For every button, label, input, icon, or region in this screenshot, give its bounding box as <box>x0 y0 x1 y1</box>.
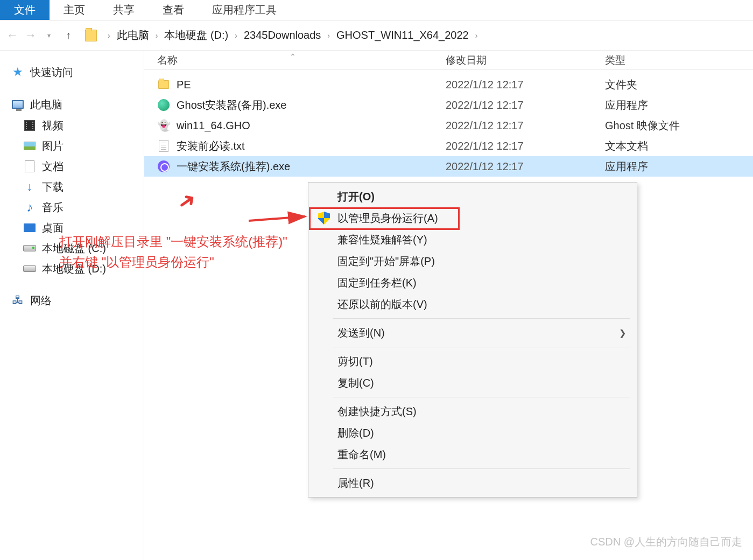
ctx-run-as-admin[interactable]: 以管理员身份运行(A) <box>309 207 636 229</box>
file-row[interactable]: 👻win11_64.GHO 2022/1/12 12:17 Ghost 映像文件 <box>144 115 753 136</box>
tab-app-tools[interactable]: 应用程序工具 <box>198 0 291 20</box>
sidebar-label: 下载 <box>42 180 64 194</box>
file-date: 2022/1/12 12:17 <box>446 140 602 152</box>
file-type: 文件夹 <box>602 78 753 92</box>
column-date[interactable]: 修改日期 <box>446 53 602 67</box>
chevron-right-icon: › <box>156 31 158 40</box>
nav-back-button[interactable]: ← <box>3 26 22 45</box>
file-type: 文本文档 <box>602 139 753 153</box>
file-type: Ghost 映像文件 <box>602 118 753 133</box>
ctx-rename[interactable]: 重命名(M) <box>309 444 636 465</box>
exe-icon <box>157 160 170 173</box>
file-date: 2022/1/12 12:17 <box>446 99 602 111</box>
ctx-cut[interactable]: 剪切(T) <box>309 351 636 372</box>
image-icon <box>23 139 37 153</box>
breadcrumb[interactable]: › 此电脑 › 本地硬盘 (D:) › 2345Downloads › GHOS… <box>102 26 483 45</box>
address-bar: ← → ▾ ↑ › 此电脑 › 本地硬盘 (D:) › 2345Download… <box>0 20 753 51</box>
crumb-current[interactable]: GHOST_WIN11_X64_2022 <box>335 27 470 44</box>
column-name[interactable]: 名称 <box>144 53 446 67</box>
sidebar-drive-d[interactable]: 本地硬盘 (D:) <box>0 258 144 279</box>
txt-icon <box>157 139 170 152</box>
ribbon-tabs: 文件 主页 共享 查看 应用程序工具 <box>0 0 753 20</box>
ctx-shortcut[interactable]: 创建快捷方式(S) <box>309 401 636 422</box>
file-row[interactable]: Ghost安装器(备用).exe 2022/1/12 12:17 应用程序 <box>144 95 753 115</box>
sidebar-this-pc[interactable]: 此电脑 <box>0 94 144 115</box>
ctx-compat[interactable]: 兼容性疑难解答(Y) <box>309 229 636 250</box>
file-name: 一键安装系统(推荐).exe <box>177 159 290 174</box>
sidebar-label: 图片 <box>42 139 64 153</box>
sidebar-desktop[interactable]: 桌面 <box>0 218 144 238</box>
ctx-copy[interactable]: 复制(C) <box>309 372 636 394</box>
separator <box>333 318 630 319</box>
sidebar-quick-access[interactable]: ★ 快速访问 <box>0 61 144 83</box>
sidebar-label: 音乐 <box>42 200 64 215</box>
nav-recent-button[interactable]: ▾ <box>40 26 58 45</box>
exe-icon <box>157 99 170 111</box>
drive-icon <box>23 241 37 255</box>
ctx-properties[interactable]: 属性(R) <box>309 472 636 494</box>
file-date: 2022/1/12 12:17 <box>446 120 602 132</box>
file-name: win11_64.GHO <box>177 120 250 132</box>
column-type[interactable]: 类型 <box>602 53 753 67</box>
sidebar-music[interactable]: ♪ 音乐 <box>0 197 144 218</box>
drive-icon <box>23 262 37 276</box>
sidebar-pictures[interactable]: 图片 <box>0 136 144 156</box>
nav-sidebar: ★ 快速访问 此电脑 视频 图片 文档 ↓ 下载 ♪ 音乐 <box>0 51 144 560</box>
ctx-delete[interactable]: 删除(D) <box>309 422 636 444</box>
separator <box>333 468 630 469</box>
desktop-icon <box>23 221 37 235</box>
chevron-down-icon: ▾ <box>47 32 51 39</box>
folder-icon <box>157 78 170 91</box>
arrow-right-icon: → <box>25 29 37 43</box>
network-icon: 🖧 <box>11 293 25 307</box>
ctx-open[interactable]: 打开(O) <box>309 186 636 207</box>
sidebar-network[interactable]: 🖧 网络 <box>0 290 144 311</box>
folder-icon <box>85 30 97 41</box>
sidebar-videos[interactable]: 视频 <box>0 115 144 136</box>
file-row-selected[interactable]: 一键安装系统(推荐).exe 2022/1/12 12:17 应用程序 <box>144 156 753 177</box>
star-icon: ★ <box>11 65 25 79</box>
chevron-right-icon: › <box>475 31 478 40</box>
tab-file[interactable]: 文件 <box>0 0 50 20</box>
sidebar-downloads[interactable]: ↓ 下载 <box>0 177 144 197</box>
chevron-right-icon: ❯ <box>619 328 626 338</box>
file-row[interactable]: PE 2022/1/12 12:17 文件夹 <box>144 74 753 95</box>
document-icon <box>23 159 37 173</box>
chevron-right-icon: › <box>108 31 110 40</box>
nav-up-button[interactable]: ↑ <box>59 26 78 45</box>
crumb-downloads[interactable]: 2345Downloads <box>243 27 322 44</box>
crumb-drive-d[interactable]: 本地硬盘 (D:) <box>163 26 229 45</box>
sidebar-label: 快速访问 <box>30 65 73 80</box>
ctx-send-to[interactable]: 发送到(N) ❯ <box>309 322 636 344</box>
tab-home[interactable]: 主页 <box>50 0 99 20</box>
file-date: 2022/1/12 12:17 <box>446 79 602 91</box>
gho-icon: 👻 <box>157 119 170 132</box>
ctx-restore[interactable]: 还原以前的版本(V) <box>309 293 636 315</box>
file-name: PE <box>177 79 191 91</box>
download-icon: ↓ <box>23 180 37 194</box>
sidebar-label: 本地磁盘 (C:) <box>42 241 106 256</box>
separator <box>333 397 630 397</box>
sidebar-label: 本地硬盘 (D:) <box>42 262 106 276</box>
sidebar-label: 此电脑 <box>30 97 62 112</box>
sidebar-label: 桌面 <box>42 221 64 235</box>
tab-view[interactable]: 查看 <box>149 0 198 20</box>
arrow-up-icon: ↑ <box>66 29 71 41</box>
file-list: PE 2022/1/12 12:17 文件夹 Ghost安装器(备用).exe … <box>144 70 753 177</box>
context-menu: 打开(O) 以管理员身份运行(A) 兼容性疑难解答(Y) 固定到"开始"屏幕(P… <box>308 182 637 498</box>
sidebar-drive-c[interactable]: 本地磁盘 (C:) <box>0 238 144 258</box>
pc-icon <box>11 97 25 111</box>
file-row[interactable]: 安装前必读.txt 2022/1/12 12:17 文本文档 <box>144 136 753 156</box>
sidebar-documents[interactable]: 文档 <box>0 156 144 177</box>
file-date: 2022/1/12 12:17 <box>446 160 602 173</box>
sidebar-label: 文档 <box>42 159 64 174</box>
ctx-pin-taskbar[interactable]: 固定到任务栏(K) <box>309 272 636 293</box>
ctx-pin-start[interactable]: 固定到"开始"屏幕(P) <box>309 250 636 272</box>
tab-share[interactable]: 共享 <box>99 0 149 20</box>
sidebar-label: 视频 <box>42 118 64 133</box>
chevron-right-icon: › <box>327 31 330 40</box>
crumb-this-pc[interactable]: 此电脑 <box>116 26 150 45</box>
watermark: CSDN @人生的方向随自己而走 <box>590 535 742 549</box>
file-type: 应用程序 <box>602 159 753 174</box>
shield-icon <box>317 211 331 225</box>
